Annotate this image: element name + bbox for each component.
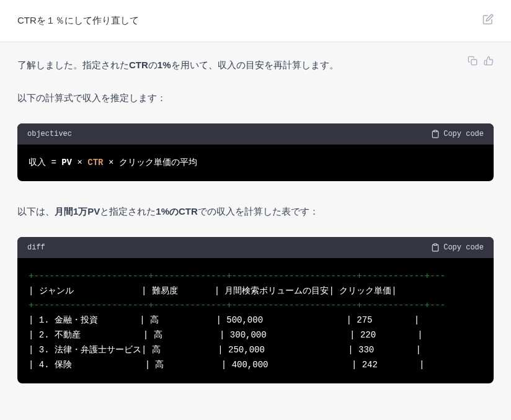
tok-ctr: CTR	[87, 158, 103, 168]
code-block-formula: objectivec Copy code 収入 = PV × CTR × クリッ…	[17, 123, 494, 182]
svg-rect-2	[434, 244, 437, 245]
tok-income: 収入	[29, 158, 46, 168]
code-lang-label: objectivec	[27, 130, 72, 138]
copy-code-label: Copy code	[443, 243, 484, 252]
copy-code-button[interactable]: Copy code	[431, 243, 484, 252]
svg-rect-0	[471, 60, 477, 65]
assistant-paragraph-2: 以下の計算式で収入を推定します：	[17, 90, 494, 106]
assistant-paragraph-3: 以下は、月間1万PVと指定された1%のCTRでの収入を計算した表です：	[17, 203, 494, 220]
code-block-table: diff Copy code +----------------------+-…	[17, 237, 494, 384]
copy-code-button[interactable]: Copy code	[431, 130, 484, 138]
code-header: diff Copy code	[17, 237, 494, 258]
edit-icon[interactable]	[482, 14, 494, 27]
tok-times2: ×	[109, 158, 113, 168]
code-body-formula: 収入 = PV × CTR × クリック単価の平均	[17, 145, 494, 182]
svg-rect-1	[434, 130, 437, 132]
para3-plain: 以下は、月間1万PVと指定された1%のCTRでの収入を計算した表です：	[17, 206, 319, 217]
assistant-paragraph-1: 了解しました。指定されたCTRの1%を用いて、収入の目安を再計算します。	[17, 57, 494, 73]
copy-code-label: Copy code	[443, 130, 484, 138]
thumbs-up-icon[interactable]	[484, 56, 494, 68]
copy-icon[interactable]	[468, 56, 478, 68]
user-message-text: CTRを１％にして作り直して	[17, 14, 139, 28]
tok-pv: PV	[61, 158, 72, 168]
tok-rest: クリック単価の平均	[119, 158, 197, 168]
code-lang-label: diff	[27, 243, 45, 252]
assistant-actions	[468, 56, 494, 68]
code-body-table: +----------------------+--------------+-…	[17, 258, 494, 384]
clipboard-icon	[431, 130, 440, 138]
tok-times: ×	[77, 158, 82, 168]
clipboard-icon	[431, 243, 440, 252]
tok-eq: =	[51, 158, 56, 168]
user-message-block: CTRを１％にして作り直して	[0, 0, 511, 42]
para1-plain: 了解しました。指定されたCTRの1%を用いて、収入の目安を再計算します。	[17, 60, 339, 70]
assistant-message-block: 了解しました。指定されたCTRの1%を用いて、収入の目安を再計算します。 以下の…	[0, 42, 511, 409]
code-header: objectivec Copy code	[17, 123, 494, 145]
